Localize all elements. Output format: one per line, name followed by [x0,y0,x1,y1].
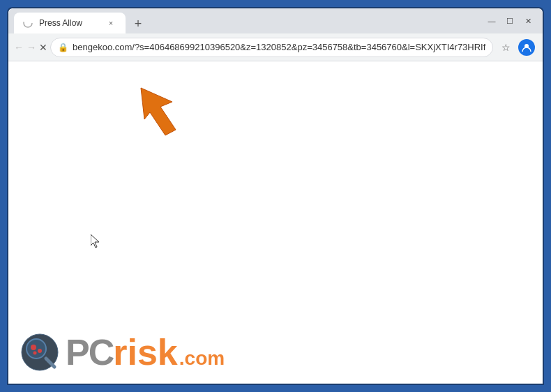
svg-marker-3 [91,234,99,248]
forward-button[interactable]: → [27,38,36,57]
tab-title: Press Allow [39,18,99,28]
window-controls: — ☐ ✕ [485,15,537,27]
toolbar: ← → ✕ 🔒 bengekoo.com/?s=4064686992103965… [8,33,543,61]
svg-point-0 [24,19,32,27]
svg-point-6 [27,339,46,359]
bookmark-button[interactable]: ☆ [496,38,515,57]
profile-button[interactable] [518,39,535,56]
svg-marker-2 [141,88,176,135]
tab-strip: Press Allow × + [14,8,483,33]
menu-button[interactable]: ⋮ [538,38,544,57]
svg-point-8 [38,349,42,353]
svg-point-7 [31,345,36,350]
toolbar-actions: ☆ ⋮ [496,38,544,57]
title-bar: Press Allow × + — ☐ ✕ [8,8,543,33]
browser-window: Press Allow × + — ☐ ✕ ← → ✕ 🔒 bengekoo.c… [7,7,544,385]
reload-button[interactable]: ✕ [39,38,47,57]
mouse-cursor [91,234,99,247]
address-bar[interactable]: 🔒 bengekoo.com/?s=406468699210396520&z=1… [50,38,493,57]
tab-close-button[interactable]: × [105,17,117,29]
active-tab[interactable]: Press Allow × [14,13,126,33]
pcrisk-logo-icon [21,333,59,371]
dotcom-text: .com [179,349,225,368]
pcrisk-text: PCrisk.com [66,334,225,370]
risk-text: risk [113,334,178,370]
page-content: PCrisk.com [8,61,543,384]
url-text: bengekoo.com/?s=406468699210396520&z=132… [73,42,485,52]
tab-favicon [22,17,33,29]
close-button[interactable]: ✕ [522,15,534,27]
arrow-indicator [134,81,197,146]
back-button[interactable]: ← [14,38,24,57]
minimize-button[interactable]: — [485,15,498,27]
new-tab-button[interactable]: + [128,14,148,33]
lock-icon: 🔒 [58,43,68,52]
watermark: PCrisk.com [21,333,225,371]
pc-text: PC [66,334,113,370]
restore-button[interactable]: ☐ [504,15,516,27]
svg-point-9 [33,352,37,355]
